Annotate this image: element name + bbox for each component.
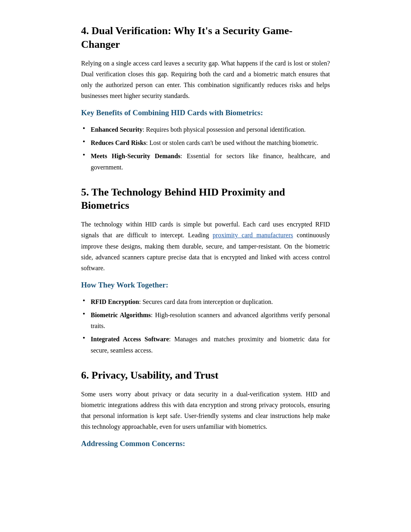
list-item: Enhanced Security: Requires both physica… bbox=[81, 124, 330, 135]
page-container: 4. Dual Verification: Why It's a Securit… bbox=[49, 0, 362, 486]
proximity-card-manufacturers-link[interactable]: proximity card manufacturers bbox=[213, 232, 293, 238]
section-4-intro: Relying on a single access card leaves a… bbox=[81, 58, 330, 102]
bullet-bold: Reduces Card Risks bbox=[91, 139, 146, 146]
subsection-4-1-list: Enhanced Security: Requires both physica… bbox=[81, 124, 330, 173]
bullet-bold: Integrated Access Software bbox=[91, 336, 169, 342]
bullet-text: : Lost or stolen cards can't be used wit… bbox=[146, 139, 318, 146]
subsection-6-1-heading: Addressing Common Concerns: bbox=[81, 438, 330, 449]
bullet-text: : Requires both physical possession and … bbox=[142, 126, 305, 133]
bullet-bold: Biometric Algorithms bbox=[91, 312, 151, 318]
section-5-intro: The technology within HID cards is simpl… bbox=[81, 219, 330, 273]
list-item: RFID Encryption: Secures card data from … bbox=[81, 296, 330, 307]
subsection-4-1: Key Benefits of Combining HID Cards with… bbox=[81, 108, 330, 172]
section-6: 6. Privacy, Usability, and Trust Some us… bbox=[81, 369, 330, 449]
section-5-heading: 5. The Technology Behind HID Proximity a… bbox=[81, 185, 330, 213]
section-6-intro: Some users worry about privacy or data s… bbox=[81, 389, 330, 432]
section-4-heading: 4. Dual Verification: Why It's a Securit… bbox=[81, 24, 330, 51]
section-5: 5. The Technology Behind HID Proximity a… bbox=[81, 185, 330, 356]
subsection-4-1-heading: Key Benefits of Combining HID Cards with… bbox=[81, 108, 330, 118]
subsection-6-1: Addressing Common Concerns: bbox=[81, 438, 330, 449]
subsection-5-1-heading: How They Work Together: bbox=[81, 280, 330, 291]
subsection-5-1-list: RFID Encryption: Secures card data from … bbox=[81, 296, 330, 356]
list-item: Reduces Card Risks: Lost or stolen cards… bbox=[81, 137, 330, 148]
list-item: Meets High-Security Demands: Essential f… bbox=[81, 151, 330, 172]
list-item: Biometric Algorithms: High-resolution sc… bbox=[81, 310, 330, 331]
section-4: 4. Dual Verification: Why It's a Securit… bbox=[81, 24, 330, 173]
bullet-text: : Secures card data from interception or… bbox=[139, 298, 273, 305]
section-6-heading: 6. Privacy, Usability, and Trust bbox=[81, 369, 330, 382]
bullet-bold: RFID Encryption bbox=[91, 298, 139, 305]
subsection-5-1: How They Work Together: RFID Encryption:… bbox=[81, 280, 330, 356]
bullet-bold: Enhanced Security bbox=[91, 126, 142, 133]
list-item: Integrated Access Software: Manages and … bbox=[81, 334, 330, 355]
bullet-bold: Meets High-Security Demands bbox=[91, 153, 181, 159]
